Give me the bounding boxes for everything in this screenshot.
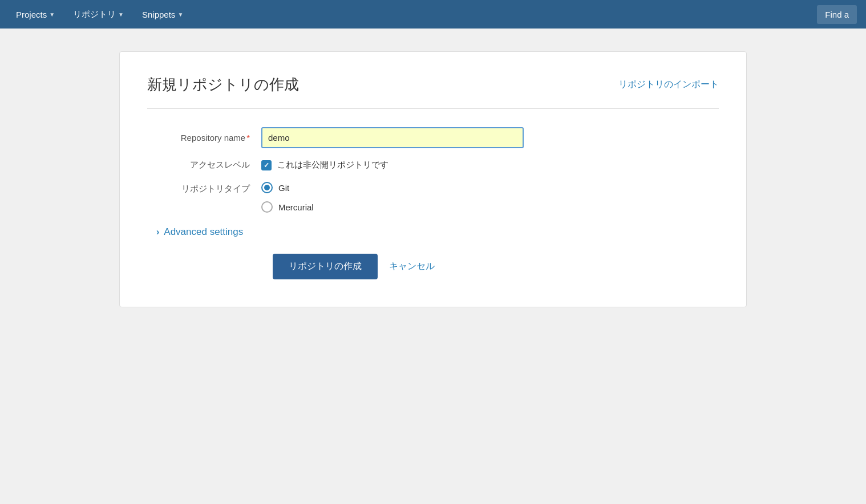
- git-radio-button[interactable]: [261, 182, 273, 193]
- git-radio-dot: [264, 185, 270, 190]
- divider: [147, 108, 719, 109]
- create-repo-button[interactable]: リポジトリの作成: [273, 254, 378, 279]
- navbar-left: Projects ▼ リポジトリ ▼ Snippets ▼: [9, 5, 190, 25]
- required-indicator: *: [246, 133, 250, 143]
- projects-chevron-icon: ▼: [49, 11, 55, 18]
- repo-type-options: Git Mercurial: [261, 182, 314, 213]
- import-repo-link[interactable]: リポジトリのインポート: [618, 79, 719, 91]
- private-repo-checkbox[interactable]: ✓: [261, 160, 272, 170]
- git-label: Git: [278, 183, 289, 193]
- mercurial-radio-button[interactable]: [261, 201, 273, 213]
- private-repo-label: これは非公開リポジトリです: [277, 160, 389, 170]
- page-title: 新規リポジトリの作成: [147, 75, 299, 95]
- find-label: Find a: [825, 10, 849, 19]
- repo-name-group: Repository name*: [147, 127, 719, 148]
- cancel-button[interactable]: キャンセル: [389, 261, 435, 273]
- mercurial-label: Mercurial: [278, 202, 314, 212]
- repo-name-label: Repository name*: [147, 133, 261, 143]
- projects-nav-item[interactable]: Projects ▼: [9, 5, 62, 24]
- snippets-chevron-icon: ▼: [177, 11, 183, 18]
- projects-label: Projects: [16, 10, 47, 19]
- snippets-label: Snippets: [142, 10, 175, 19]
- git-radio-option[interactable]: Git: [261, 182, 314, 193]
- find-button[interactable]: Find a: [817, 5, 857, 24]
- repo-type-group: リポジトリタイプ Git Mercurial: [147, 182, 719, 213]
- repository-chevron-icon: ▼: [118, 11, 124, 18]
- repo-name-input[interactable]: [261, 127, 524, 148]
- access-level-label: アクセスレベル: [147, 160, 261, 170]
- snippets-nav-item[interactable]: Snippets ▼: [135, 5, 190, 24]
- repository-label: リポジトリ: [73, 9, 116, 20]
- advanced-settings-label: Advanced settings: [164, 226, 243, 238]
- form-actions: リポジトリの作成 キャンセル: [147, 254, 719, 279]
- access-level-group: アクセスレベル ✓ これは非公開リポジトリです: [147, 160, 719, 170]
- create-repo-card: 新規リポジトリの作成 リポジトリのインポート Repository name* …: [119, 51, 747, 307]
- main-content: 新規リポジトリの作成 リポジトリのインポート Repository name* …: [0, 29, 866, 330]
- repository-nav-item[interactable]: リポジトリ ▼: [66, 5, 131, 25]
- navbar: Projects ▼ リポジトリ ▼ Snippets ▼ Find a: [0, 0, 866, 29]
- navbar-right: Find a: [817, 5, 857, 24]
- advanced-chevron-icon: ›: [156, 227, 159, 237]
- advanced-settings-toggle[interactable]: › Advanced settings: [147, 226, 719, 238]
- card-header: 新規リポジトリの作成 リポジトリのインポート: [147, 75, 719, 95]
- access-level-control: ✓ これは非公開リポジトリです: [261, 160, 389, 170]
- repo-type-label: リポジトリタイプ: [147, 182, 261, 194]
- checkbox-checkmark-icon: ✓: [264, 161, 269, 169]
- mercurial-radio-option[interactable]: Mercurial: [261, 201, 314, 213]
